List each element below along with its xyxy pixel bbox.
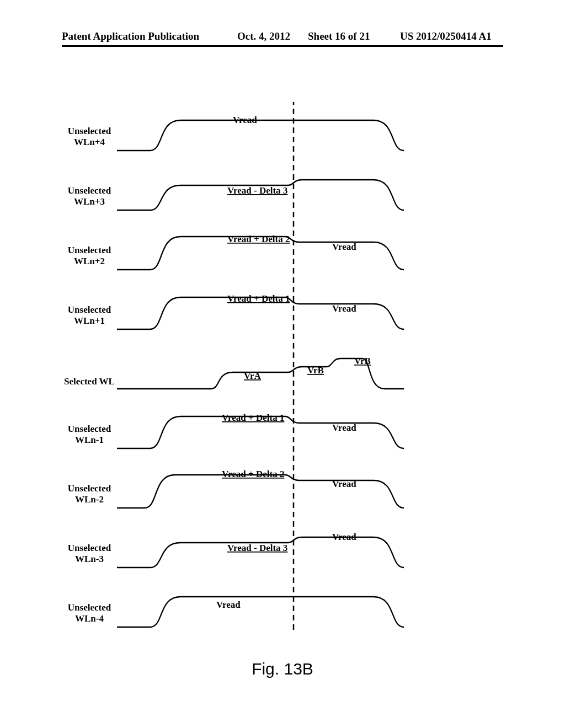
svg-text:Selected WL: Selected WL (64, 376, 115, 387)
svg-text:Vread: Vread (233, 115, 257, 125)
header-rule (62, 45, 503, 47)
svg-text:Vread: Vread (332, 242, 356, 252)
svg-text:WLn-4: WLn-4 (75, 613, 104, 624)
header-pub: US 2012/0250414 A1 (400, 30, 492, 42)
figure-caption: Fig. 13B (252, 660, 313, 678)
svg-text:Unselected: Unselected (68, 543, 111, 553)
header-date: Oct. 4, 2012 (237, 30, 290, 42)
svg-text:Vread + Delta 2: Vread + Delta 2 (227, 234, 290, 244)
svg-text:VrB: VrB (354, 356, 371, 366)
svg-text:Vread - Delta 3: Vread - Delta 3 (227, 185, 287, 196)
svg-text:Vread: Vread (332, 422, 356, 433)
svg-text:Vread: Vread (216, 599, 241, 610)
svg-text:Unselected: Unselected (68, 424, 111, 434)
svg-text:Vread: Vread (332, 479, 356, 489)
svg-text:WLn+1: WLn+1 (74, 315, 105, 326)
svg-text:VrA: VrA (244, 371, 262, 381)
svg-text:WLn-2: WLn-2 (75, 494, 104, 505)
header-sheet: Sheet 16 of 21 (308, 30, 370, 42)
svg-text:Vread + Delta 2: Vread + Delta 2 (222, 469, 284, 479)
svg-text:Unselected: Unselected (68, 126, 111, 136)
svg-text:Vread + Delta 1: Vread + Delta 1 (222, 413, 284, 423)
svg-text:WLn-1: WLn-1 (75, 435, 104, 445)
svg-text:Unselected: Unselected (68, 304, 111, 315)
svg-text:WLn-3: WLn-3 (75, 554, 104, 564)
svg-text:WLn+2: WLn+2 (74, 256, 105, 266)
svg-text:Vread - Delta 3: Vread - Delta 3 (227, 543, 287, 553)
header-left: Patent Application Publication (62, 30, 199, 42)
svg-text:VrB: VrB (307, 365, 324, 376)
svg-text:WLn+3: WLn+3 (74, 196, 105, 207)
svg-text:Vread + Delta 1: Vread + Delta 1 (227, 293, 290, 304)
svg-text:Vread: Vread (332, 532, 356, 542)
svg-text:Vread: Vread (332, 303, 356, 314)
waveform-diagram: UnselectedWLn+4VreadUnselectedWLn+3Vread… (62, 102, 448, 654)
svg-text:Unselected: Unselected (68, 245, 111, 255)
figure-13b: UnselectedWLn+4VreadUnselectedWLn+3Vread… (62, 102, 503, 670)
svg-text:WLn+4: WLn+4 (74, 137, 105, 147)
svg-text:Unselected: Unselected (68, 483, 111, 494)
svg-text:Unselected: Unselected (68, 602, 111, 613)
svg-text:Unselected: Unselected (68, 185, 111, 196)
